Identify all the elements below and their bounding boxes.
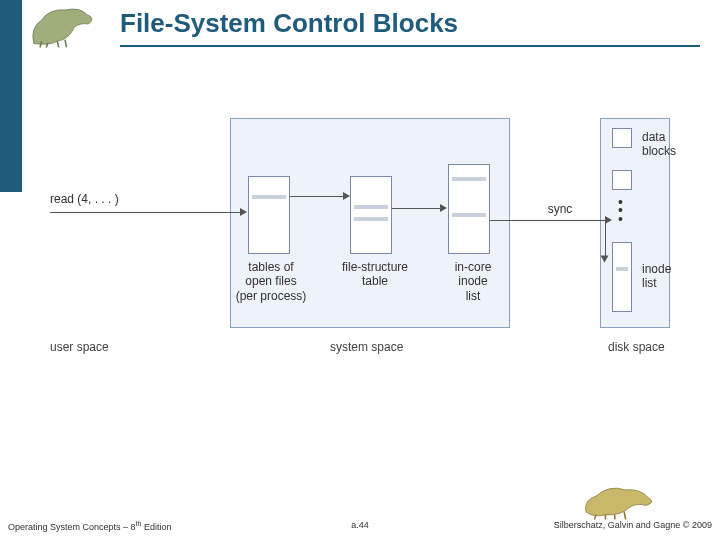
fs-control-blocks-diagram: read (4, . . . ) tables of open files (p… <box>50 100 690 380</box>
data-blocks-label: data blocks <box>642 130 692 159</box>
footer-left: Operating System Concepts – 8th Edition <box>8 520 171 532</box>
arrow-head <box>440 204 447 212</box>
arrow-sync <box>490 220 605 221</box>
arrow-head <box>343 192 350 200</box>
arrow-tables-to-fstab <box>290 196 345 197</box>
slide-footer: Operating System Concepts – 8th Edition … <box>0 520 720 534</box>
inode-list-block <box>612 242 632 312</box>
arrow-fstab-to-incore <box>392 208 442 209</box>
left-accent-bar <box>0 0 22 192</box>
footer-left-b: Edition <box>141 522 171 532</box>
in-core-inode-list-block <box>448 164 490 254</box>
data-block <box>612 170 632 190</box>
file-structure-table-block <box>350 176 392 254</box>
disk-space-caption: disk space <box>608 340 665 354</box>
tables-of-open-files-block <box>248 176 290 254</box>
user-space-caption: user space <box>50 340 109 354</box>
arrow-read-to-tables <box>50 212 240 213</box>
dinosaur-icon <box>26 0 104 48</box>
arrow-head <box>605 216 612 224</box>
in-core-inode-list-label: in-core inode list <box>438 260 508 303</box>
slide-header: File-System Control Blocks <box>120 8 700 47</box>
footer-page-number: a.44 <box>351 520 369 530</box>
tables-of-open-files-label: tables of open files (per process) <box>226 260 316 303</box>
dinosaur-icon <box>582 480 660 520</box>
system-space-caption: system space <box>330 340 403 354</box>
data-block <box>612 128 632 148</box>
ellipsis-dots: ••• <box>618 198 623 223</box>
page-title: File-System Control Blocks <box>120 8 700 47</box>
arrow-head <box>601 256 609 263</box>
footer-left-a: Operating System Concepts – 8 <box>8 522 136 532</box>
arrow-head <box>240 208 247 216</box>
file-structure-table-label: file-structure table <box>330 260 420 289</box>
footer-copyright: Silberschatz, Galvin and Gagne © 2009 <box>554 520 712 530</box>
inode-list-label: inode list <box>642 262 692 291</box>
read-call-label: read (4, . . . ) <box>50 192 160 206</box>
arrow-sync-vert <box>605 220 606 260</box>
sync-label: sync <box>540 202 580 216</box>
